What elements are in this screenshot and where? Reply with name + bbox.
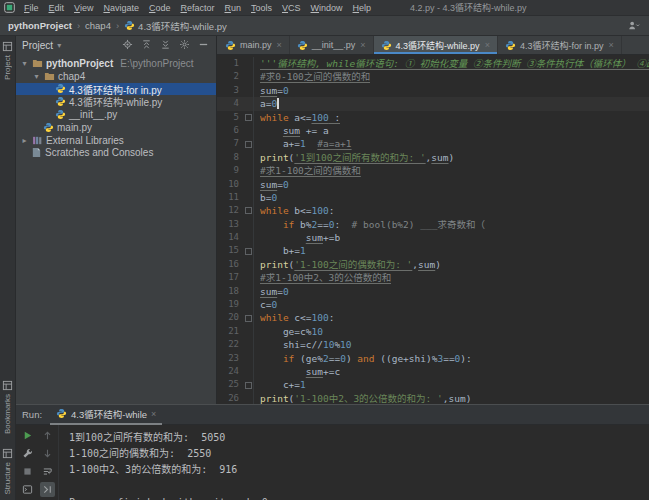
menu-help[interactable]: Help (348, 3, 377, 13)
code-line[interactable]: 11b=0 (217, 191, 649, 204)
code-line[interactable]: 14 sum+=b (217, 231, 649, 244)
menu-window[interactable]: Window (306, 3, 348, 13)
code-line[interactable]: 20while c<=100: (217, 311, 649, 324)
code-line[interactable]: 6 sum += a (217, 124, 649, 137)
code-line[interactable]: 4a=0 (217, 97, 649, 110)
close-icon[interactable]: × (277, 40, 282, 50)
menu-view[interactable]: View (69, 3, 98, 13)
library-icon (32, 135, 43, 146)
chevron-down-icon[interactable]: ▾ (57, 41, 61, 50)
stop-button[interactable] (20, 464, 35, 479)
menu-tools[interactable]: Tools (246, 3, 277, 13)
code-line[interactable]: 23 if (ge%2==0) and ((ge+shi)%3==0): (217, 352, 649, 365)
code-line[interactable]: 26print('1-100中2、3的公倍数的和为: ',sum) (217, 392, 649, 404)
breadcrumb-item[interactable]: 4.3循环结构-while.py (124, 19, 227, 33)
soft-wrap-button[interactable] (40, 464, 55, 479)
code-line[interactable]: 2#求0-100之间的偶数的和 (217, 70, 649, 83)
menu-vcs[interactable]: VCS (277, 3, 306, 13)
run-console-output[interactable]: 1到100之间所有数的和为: 50501-100之间的偶数和为: 25501-1… (59, 425, 649, 500)
project-panel-title[interactable]: Project (22, 40, 53, 51)
code-line[interactable]: 15 b+=1 (217, 244, 649, 257)
menu-run[interactable]: Run (219, 3, 246, 13)
strip-top: Project (2, 41, 13, 80)
code-line[interactable]: 7 a+=1 #a=a+1 (217, 137, 649, 150)
fold-marker-icon[interactable] (245, 141, 252, 148)
hide-button[interactable] (198, 39, 210, 51)
chevron-down-icon[interactable]: ▾ (20, 59, 29, 68)
code-line[interactable]: 16print('1-100之间的偶数和为: ',sum) (217, 258, 649, 271)
tab-label: main.py (240, 40, 272, 50)
editor-area: main.py×__init__.py×4.3循环结构-while.py×4.3… (217, 36, 649, 404)
code-line[interactable]: 24 sum+=c (217, 365, 649, 378)
arrow-down-icon (42, 448, 53, 459)
code-line[interactable]: 17#求1-100中2、3的公倍数的和 (217, 271, 649, 284)
code-text: while a<=100 : (260, 111, 340, 124)
editor-tab[interactable]: __init__.py× (290, 36, 374, 54)
menu-edit[interactable]: Edit (44, 3, 70, 13)
fold-marker-icon[interactable] (245, 315, 252, 322)
fold-marker-icon[interactable] (245, 114, 252, 121)
code-editor[interactable]: 1'''循环结构, while循环语句: ① 初始化变量 ②条件判断 ③条件执行… (217, 55, 649, 404)
fold-marker-icon[interactable] (245, 248, 252, 255)
editor-tab[interactable]: main.py× (218, 36, 290, 54)
close-icon[interactable]: × (360, 40, 365, 50)
rerun-button[interactable] (20, 428, 35, 443)
chevron-right-icon[interactable]: ▸ (20, 136, 29, 145)
code-line[interactable]: 8print('1到100之间所有数的和为: ',sum) (217, 151, 649, 164)
code-line[interactable]: 13 if b%2==0: # bool(b%2) ___求奇数和（ (217, 218, 649, 231)
up-stack-trace-button[interactable] (40, 428, 55, 443)
locate-button[interactable] (122, 39, 134, 51)
line-number: 16 (217, 258, 243, 271)
menu-refactor[interactable]: Refactor (175, 3, 219, 13)
menu-navigate[interactable]: Navigate (98, 3, 144, 13)
console-button[interactable] (20, 482, 35, 497)
code-line[interactable]: 9#求1-100之间的偶数和 (217, 164, 649, 177)
editor-tab[interactable]: 4.3循环结构-for in.py× (498, 36, 622, 54)
code-line[interactable]: 1'''循环结构, while循环语句: ① 初始化变量 ②条件判断 ③条件执行… (217, 57, 649, 70)
tree-item[interactable]: ▾pythonProjectE:\pythonProject (16, 57, 216, 70)
tool-window-button-structure[interactable]: Structure (2, 448, 13, 494)
code-line[interactable]: 19c=0 (217, 298, 649, 311)
menu-file[interactable]: File (19, 3, 44, 13)
tree-item[interactable]: __init__.py (16, 108, 216, 121)
user-dropdown-icon[interactable] (627, 20, 641, 31)
down-stack-trace-button[interactable] (40, 446, 55, 461)
code-line[interactable]: 12while b<=100: (217, 204, 649, 217)
code-line[interactable]: 10sum=0 (217, 178, 649, 191)
python-icon (55, 96, 66, 107)
tree-item[interactable]: Scratches and Consoles (16, 147, 216, 160)
tree-item[interactable]: main.py (16, 121, 216, 134)
python-icon (381, 40, 392, 51)
gutter-fold-column (243, 258, 254, 271)
tool-window-button-project[interactable]: Project (2, 41, 13, 80)
collapse-all-button[interactable] (141, 39, 153, 51)
gutter-fold-column (243, 378, 254, 391)
code-line[interactable]: 18sum=0 (217, 285, 649, 298)
code-line[interactable]: 22 shi=c//10%10 (217, 338, 649, 351)
build-settings-button[interactable] (20, 446, 35, 461)
chevron-down-icon[interactable]: ▾ (32, 72, 41, 81)
close-icon[interactable]: × (608, 40, 613, 50)
code-line[interactable]: 5while a<=100 : (217, 111, 649, 124)
settings-button[interactable] (179, 39, 191, 51)
close-icon[interactable]: × (151, 409, 156, 419)
tree-item[interactable]: ▸External Libraries (16, 134, 216, 147)
menu-code[interactable]: Code (144, 3, 176, 13)
tree-item[interactable]: 4.3循环结构-while.py (16, 95, 216, 108)
collapse-all-icon (141, 39, 152, 50)
fold-marker-icon[interactable] (245, 382, 252, 389)
code-line[interactable]: 25 c+=1 (217, 378, 649, 391)
fold-marker-icon[interactable] (245, 207, 252, 214)
scroll-to-end-button[interactable] (40, 482, 55, 497)
scratch-icon (31, 147, 42, 158)
code-line[interactable]: 21 ge=c%10 (217, 325, 649, 338)
breadcrumb-item[interactable]: chap4 (85, 20, 111, 31)
run-tab[interactable]: 4.3循环结构-while × (50, 404, 162, 425)
expand-all-button[interactable] (160, 39, 172, 51)
close-icon[interactable]: × (485, 40, 490, 50)
tool-window-button-bookmarks[interactable]: Bookmarks (2, 380, 13, 434)
breadcrumb-item[interactable]: pythonProject (8, 20, 72, 31)
editor-tab[interactable]: 4.3循环结构-while.py× (374, 36, 498, 54)
code-line[interactable]: 3sum=0 (217, 84, 649, 97)
gutter-fold-column (243, 311, 254, 324)
